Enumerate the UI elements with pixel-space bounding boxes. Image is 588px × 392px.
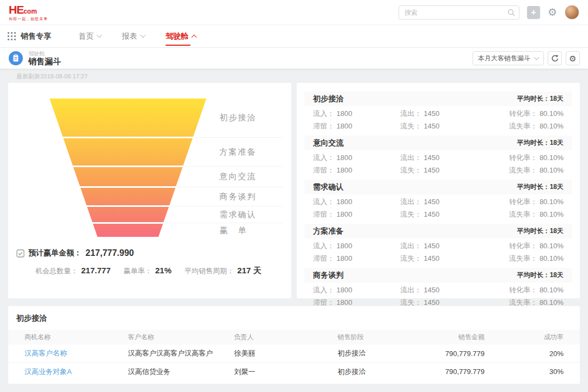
nav-item-label: 驾驶舱 (166, 32, 188, 41)
col-header-stage: 销售阶段 (338, 333, 441, 342)
rate-cell: 20% (485, 350, 564, 358)
col-header-owner: 负责人 (234, 333, 338, 342)
user-avatar[interactable] (565, 5, 579, 20)
logo-text-com: com (23, 8, 37, 15)
stage-section-2: 意向交流 平均时长：18天 流入：1800 流出：1450 转化率：80.10%… (304, 136, 572, 179)
metric-loss-rate: 流失率：80.10% (488, 252, 564, 265)
metric-inflow: 流入：1800 (313, 151, 400, 164)
metric-conversion-rate: 转化率：80.10% (488, 284, 564, 296)
stage-title: 意向交流 (313, 138, 344, 148)
dashboard-icon (8, 51, 23, 66)
col-header-success-rate: 成功率 (485, 333, 564, 342)
stage-title: 方案准备 (313, 226, 344, 236)
metric-lost: 流失：1450 (400, 120, 487, 132)
opportunity-link[interactable]: 汉高客户名称 (24, 348, 128, 358)
content-area: 最新刷新2018-08-08 17:27 (0, 69, 588, 392)
nav-item-home[interactable]: 首页 (78, 25, 101, 48)
metric-lost: 流失：1450 (400, 164, 487, 176)
workspace-label: 销售专享 (21, 32, 51, 41)
refresh-button[interactable] (548, 51, 562, 65)
stage-section-4: 方案准备 平均时长：18天 流入：1800 流出：1450 转化率：80.10%… (304, 224, 572, 267)
dashboard-settings-button[interactable]: ⚙ (566, 51, 580, 65)
rate-cell: 30% (485, 367, 564, 376)
checkbox-icon[interactable] (16, 249, 24, 258)
metric-lost: 流失：1450 (400, 252, 487, 265)
metric-outflow: 流出：1450 (400, 284, 487, 296)
opportunity-table-card: 初步接洽 商机名称 客户名称 负责人 销售阶段 销售金额 成功率 汉高客户名称 … (8, 306, 580, 384)
metric-outflow: 流出：1450 (400, 151, 487, 164)
chevron-down-icon (534, 54, 540, 60)
breadcrumb: 驾驶舱 (28, 51, 61, 57)
stat-avg-sales-cycle: 平均销售周期： 217 天 (185, 266, 261, 276)
amount-cell: 790,779.779 (441, 350, 485, 358)
col-header-opportunity: 商机名称 (24, 333, 128, 342)
funnel-stage-label: 方案准备 (219, 147, 256, 157)
table-header-row: 商机名称 客户名称 负责人 销售阶段 销售金额 成功率 (8, 330, 580, 345)
metric-inflow: 流入：1800 (313, 240, 400, 252)
metric-loss-rate: 流失率：80.10% (488, 208, 564, 220)
metric-stagnant: 滞留：1800 (313, 120, 400, 132)
chevron-up-icon (192, 35, 197, 40)
workspace-switcher[interactable]: 销售专享 (8, 32, 51, 41)
metric-stagnant: 滞留：1800 (313, 252, 400, 265)
nav-item-label: 首页 (78, 32, 94, 41)
metric-conversion-rate: 转化率：80.10% (488, 195, 564, 208)
table-section-title: 初步接洽 (8, 306, 580, 323)
search-icon[interactable] (507, 9, 515, 16)
metric-outflow: 流出：1450 (400, 195, 487, 208)
table-row: 汉高客户名称 汉高客户汉高客户汉高客户 徐美丽 初步接洽 790,779.779… (8, 345, 580, 363)
customer-cell: 汉高客户汉高客户汉高客户 (128, 348, 234, 358)
metric-conversion-rate: 转化率：80.10% (488, 107, 564, 120)
funnel-card: 初步接洽 方案准备 意向交流 商务谈判 需求确认 赢 单 预计赢单金额： 217… (8, 83, 291, 298)
nav-item-reports[interactable]: 报表 (122, 25, 145, 48)
topbar: HE com 和你一起，创想未来 + ⚙ (0, 0, 588, 25)
stage-duration: 平均时长：18天 (517, 94, 564, 103)
funnel-chart[interactable]: 初步接洽 方案准备 意向交流 商务谈判 需求确认 赢 单 (8, 83, 291, 244)
chevron-down-icon (140, 33, 146, 38)
plus-icon: + (531, 8, 536, 17)
global-search (399, 5, 519, 20)
metric-conversion-rate: 转化率：80.10% (488, 240, 564, 252)
owner-cell: 刘聚一 (234, 367, 338, 377)
stage-section-5: 商务谈判 平均时长：18天 流入：1800 流出：1450 转化率：80.10%… (304, 268, 572, 311)
stage-metrics-card: 初步接洽 平均时长：18天 流入：1800 流出：1450 转化率：80.10%… (297, 83, 580, 298)
stage-title: 初步接洽 (313, 94, 344, 104)
amount-cell: 790,779.779 (441, 367, 485, 376)
stage-duration: 平均时长：18天 (517, 271, 564, 280)
expected-win-amount-value: 217,777.990 (85, 248, 134, 258)
navbar: 销售专享 首页 报表 驾驶舱 (0, 25, 588, 48)
logo-text-he: HE (9, 4, 23, 15)
search-input[interactable] (399, 5, 519, 20)
stage-duration: 平均时长：18天 (517, 182, 564, 192)
settings-icon[interactable]: ⚙ (548, 7, 557, 17)
stage-title: 商务谈判 (313, 271, 344, 280)
owner-cell: 徐美丽 (234, 348, 338, 358)
funnel-stage-label: 需求确认 (219, 210, 256, 220)
metric-stagnant: 滞留：1800 (313, 208, 400, 220)
stage-section-3: 需求确认 平均时长：18天 流入：1800 流出：1450 转化率：80.10%… (304, 180, 572, 223)
nav-item-cockpit[interactable]: 驾驶舱 (166, 25, 196, 48)
expected-win-amount-label: 预计赢单金额： (28, 248, 82, 258)
opportunity-link[interactable]: 汉高业务对象A (24, 367, 128, 377)
nav-item-label: 报表 (122, 32, 137, 41)
gear-icon: ⚙ (569, 54, 576, 63)
funnel-filter-select[interactable]: 本月大客销售漏斗 (473, 51, 544, 65)
customer-cell: 汉高信贷业务 (128, 367, 234, 377)
add-button[interactable]: + (527, 6, 540, 19)
page-header: 驾驶舱 销售漏斗 本月大客销售漏斗 ⚙ (0, 48, 588, 69)
stage-cell: 初步接洽 (338, 367, 441, 377)
metric-inflow: 流入：1800 (313, 284, 400, 296)
metric-lost: 流失：1450 (400, 208, 487, 220)
stat-opportunity-count: 机会总数量： 217.777 (35, 266, 111, 276)
metric-inflow: 流入：1800 (313, 195, 400, 208)
metric-stagnant: 滞留：1800 (313, 164, 400, 176)
stage-duration: 平均时长：18天 (517, 138, 564, 148)
table-row: 汉高业务对象A 汉高信贷业务 刘聚一 初步接洽 790,779.779 30% (8, 363, 580, 381)
col-header-amount: 销售金额 (441, 333, 485, 342)
col-header-customer: 客户名称 (128, 333, 234, 342)
funnel-stage-label: 意向交流 (219, 171, 256, 182)
chevron-down-icon (97, 33, 102, 38)
stage-cell: 初步接洽 (338, 348, 441, 358)
brand-logo[interactable]: HE com 和你一起，创想未来 (9, 4, 48, 21)
stage-duration: 平均时长：18天 (517, 226, 564, 236)
